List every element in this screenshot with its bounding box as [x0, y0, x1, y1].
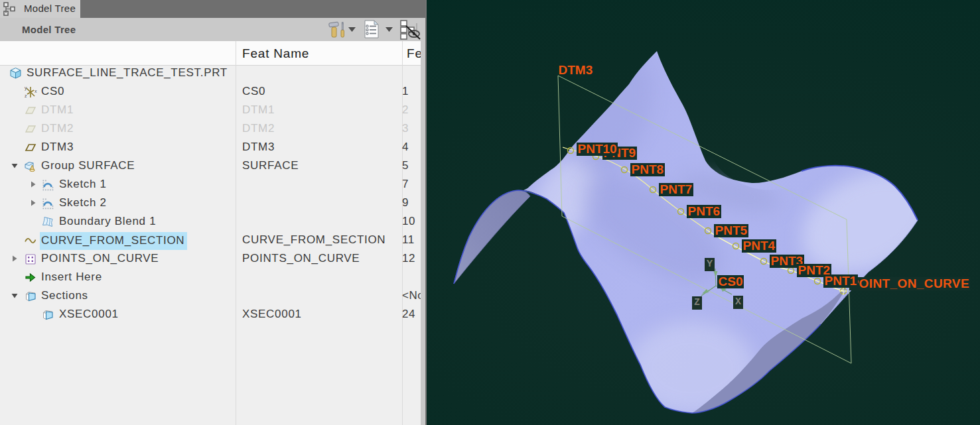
svg-text:z: z	[25, 93, 27, 98]
svg-text:y: y	[25, 86, 27, 91]
svg-text:x: x	[35, 89, 37, 93]
